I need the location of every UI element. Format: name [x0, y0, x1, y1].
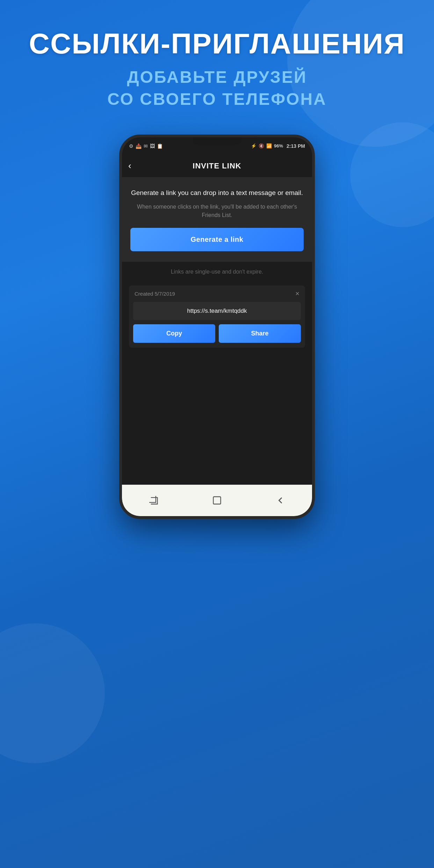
link-actions: Copy Share: [133, 324, 301, 343]
sub-title-line1: ДОБАВЬТЕ ДРУЗЕЙ: [127, 68, 307, 86]
status-bar-left: ⚙ 📥 ✉ 🖼 📋: [129, 143, 163, 149]
status-icon-image: 🖼: [150, 143, 155, 149]
wifi-icon: 📶: [266, 143, 272, 149]
recent-apps-icon: [149, 496, 159, 505]
sub-title-line2: СО СВОЕГО ТЕЛЕФОНА: [107, 90, 327, 108]
nav-back-button[interactable]: [270, 490, 291, 511]
info-main-text: Generate a link you can drop into a text…: [130, 188, 304, 198]
phone-mockup: ⚙ 📥 ✉ 🖼 📋 ⚡ 🔇 📶 96% 2:13 PM ‹ INVITE LIN: [119, 135, 315, 519]
status-bar-right: ⚡ 🔇 📶 96% 2:13 PM: [251, 143, 305, 149]
header-section: ССЫЛКИ-ПРИГЛАШЕНИЯ ДОБАВЬТЕ ДРУЗЕЙ СО СВ…: [29, 0, 405, 124]
main-title: ССЫЛКИ-ПРИГЛАШЕНИЯ: [29, 28, 405, 59]
link-item: Created 5/7/2019 × https://s.team/kmtqdd…: [129, 285, 305, 348]
back-button[interactable]: ‹: [128, 160, 131, 171]
status-icon-mail: ✉: [144, 143, 148, 149]
status-icon-clipboard: 📋: [157, 143, 163, 149]
time-display: 2:13 PM: [287, 143, 305, 149]
links-info-section: Links are single-use and don't expire.: [122, 262, 312, 282]
link-item-header: Created 5/7/2019 ×: [129, 285, 305, 302]
info-card: Generate a link you can drop into a text…: [122, 178, 312, 262]
svg-rect-0: [213, 497, 220, 504]
bottom-navigation: [122, 485, 312, 516]
battery-percent: 96%: [274, 143, 283, 149]
link-close-button[interactable]: ×: [295, 290, 299, 298]
copy-button[interactable]: Copy: [133, 324, 215, 343]
app-bar: ‹ INVITE LINK: [122, 155, 312, 178]
link-url: https://s.team/kmtqddk: [187, 308, 247, 314]
bluetooth-icon: ⚡: [251, 143, 256, 149]
nav-home-button[interactable]: [207, 490, 227, 511]
generate-link-button[interactable]: Generate a link: [130, 228, 304, 251]
sub-title: ДОБАВЬТЕ ДРУЗЕЙ СО СВОЕГО ТЕЛЕФОНА: [29, 66, 405, 110]
nav-recent-button[interactable]: [143, 490, 164, 511]
phone-body: ⚙ 📥 ✉ 🖼 📋 ⚡ 🔇 📶 96% 2:13 PM ‹ INVITE LIN: [119, 135, 315, 519]
link-created-date: Created 5/7/2019: [135, 291, 175, 297]
mute-icon: 🔇: [259, 143, 264, 149]
phone-notch: [193, 137, 241, 145]
info-sub-text: When someone clicks on the link, you'll …: [130, 203, 304, 219]
status-icon-settings: ⚙: [129, 143, 133, 149]
home-icon: [212, 496, 222, 505]
app-bar-title: INVITE LINK: [193, 161, 241, 171]
link-url-box: https://s.team/kmtqddk: [133, 302, 301, 320]
links-info-text: Links are single-use and don't expire.: [130, 269, 304, 275]
status-icon-download: 📥: [136, 143, 142, 149]
phone-screen: ⚙ 📥 ✉ 🖼 📋 ⚡ 🔇 📶 96% 2:13 PM ‹ INVITE LIN: [122, 137, 312, 516]
share-button[interactable]: Share: [219, 324, 301, 343]
app-content: Generate a link you can drop into a text…: [122, 178, 312, 485]
back-nav-icon: [275, 496, 285, 505]
